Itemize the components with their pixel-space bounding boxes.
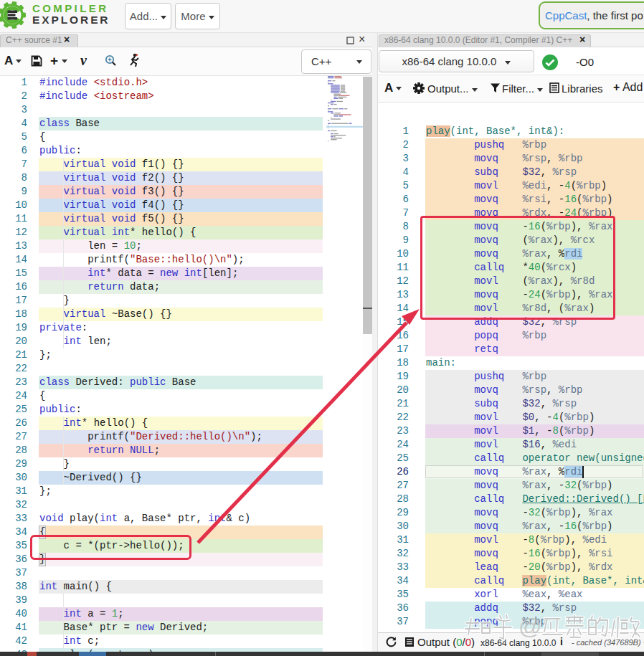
svg-text:@: @ (518, 614, 541, 640)
